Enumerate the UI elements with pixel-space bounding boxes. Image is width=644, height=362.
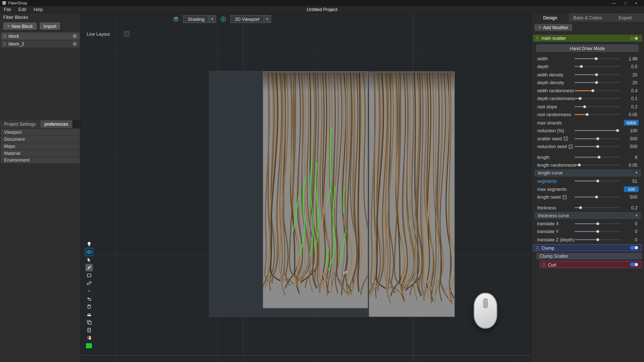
param-slider[interactable] bbox=[575, 138, 621, 139]
add-modifier-button[interactable]: + Add Modifier bbox=[535, 24, 572, 31]
live-layout-checkbox[interactable] bbox=[124, 31, 129, 36]
slider-knob[interactable] bbox=[586, 113, 588, 116]
delete-tool[interactable] bbox=[86, 303, 93, 310]
slider-knob[interactable] bbox=[595, 81, 598, 84]
param-slider[interactable] bbox=[575, 130, 621, 131]
notes-tool[interactable] bbox=[86, 326, 93, 334]
import-button[interactable]: Import bbox=[40, 23, 60, 30]
settings-category-environment[interactable]: Environment bbox=[1, 157, 79, 163]
slider-knob[interactable] bbox=[592, 89, 594, 92]
slider-knob[interactable] bbox=[596, 230, 599, 233]
minimize-button[interactable]: — bbox=[612, 0, 616, 6]
slider-knob[interactable] bbox=[578, 164, 581, 166]
param-slider[interactable] bbox=[575, 66, 621, 67]
tab-bake-colors[interactable]: Bake & Colors bbox=[569, 13, 607, 22]
curve-dropdown-thickness-curve[interactable]: thickness curve▾ bbox=[535, 212, 641, 219]
tab-project-settings[interactable]: Project Settings bbox=[0, 120, 40, 128]
settings-category-maps[interactable]: Maps bbox=[1, 143, 79, 149]
param-slider[interactable] bbox=[575, 239, 621, 240]
brush-size-tool[interactable] bbox=[86, 287, 93, 295]
menu-edit[interactable]: Edit bbox=[15, 6, 30, 13]
chevron-down-icon[interactable]: ▾ bbox=[209, 16, 216, 23]
slider-knob[interactable] bbox=[595, 57, 597, 60]
param-slider[interactable] bbox=[575, 146, 621, 147]
shading-dropdown[interactable]: Shading ▾ bbox=[183, 15, 216, 23]
drag-grip-icon[interactable] bbox=[536, 36, 539, 40]
gear-icon[interactable] bbox=[72, 33, 78, 39]
dice-icon[interactable] bbox=[564, 136, 568, 141]
param-slider[interactable] bbox=[575, 231, 621, 232]
param-slider[interactable] bbox=[575, 98, 621, 99]
slider-knob[interactable] bbox=[579, 97, 581, 100]
main-scatter-toggle[interactable] bbox=[630, 36, 638, 40]
modifier-header-clump[interactable]: Clump bbox=[533, 244, 642, 251]
paint-tool[interactable] bbox=[86, 311, 93, 318]
param-slider[interactable] bbox=[575, 58, 621, 59]
curl-toggle[interactable] bbox=[630, 263, 638, 266]
gear-icon[interactable] bbox=[72, 41, 78, 47]
block-row[interactable]: block_2 bbox=[1, 40, 79, 48]
modifier-header-clump-scatter[interactable]: Clump Scatter bbox=[536, 253, 642, 259]
param-slider[interactable] bbox=[575, 74, 621, 75]
param-slider[interactable] bbox=[575, 223, 621, 224]
tab-design[interactable]: Design bbox=[532, 13, 569, 22]
slider-knob[interactable] bbox=[596, 238, 599, 241]
param-slider[interactable] bbox=[575, 106, 621, 107]
menu-file[interactable]: File bbox=[0, 6, 15, 13]
palette-tool[interactable] bbox=[86, 334, 93, 341]
layers-icon[interactable] bbox=[173, 16, 180, 22]
tab-export[interactable]: Export bbox=[607, 13, 644, 22]
param-slider[interactable] bbox=[575, 165, 621, 165]
modifier-header-main-scatter[interactable]: main scatter bbox=[533, 35, 642, 41]
new-block-button[interactable]: + New Block bbox=[3, 23, 36, 30]
undo-tool[interactable] bbox=[86, 295, 93, 302]
slider-knob[interactable] bbox=[596, 137, 599, 140]
slider-knob[interactable] bbox=[616, 129, 619, 132]
dice-icon[interactable] bbox=[569, 144, 573, 149]
slider-knob[interactable] bbox=[595, 196, 598, 198]
dice-icon[interactable] bbox=[562, 195, 567, 199]
param-slider[interactable] bbox=[575, 181, 621, 182]
slider-knob[interactable] bbox=[596, 180, 599, 183]
param-slider[interactable] bbox=[575, 90, 621, 91]
light-tool[interactable] bbox=[86, 241, 93, 248]
viewport[interactable]: Shading ▾ 2D Viewport ▾ Live Layout bbox=[81, 13, 531, 362]
param-slider[interactable] bbox=[575, 114, 621, 115]
slider-knob[interactable] bbox=[596, 145, 599, 148]
param-slider[interactable] bbox=[575, 197, 621, 197]
param-value-box[interactable]: 100 bbox=[624, 186, 639, 192]
select-tool[interactable] bbox=[86, 256, 93, 263]
tab-preferences[interactable]: preferences bbox=[40, 120, 72, 128]
color-swatch[interactable] bbox=[86, 343, 93, 349]
drag-grip-icon[interactable] bbox=[542, 262, 546, 266]
measure-tool[interactable] bbox=[86, 280, 93, 287]
maximize-button[interactable]: □ bbox=[624, 0, 627, 6]
hair-canvas-edit[interactable] bbox=[263, 71, 368, 308]
hand-draw-mode-button[interactable]: Hand Draw Mode bbox=[536, 45, 638, 52]
view-mode-icon[interactable] bbox=[220, 16, 227, 22]
duplicate-tool[interactable] bbox=[86, 319, 93, 326]
slider-knob[interactable] bbox=[579, 206, 582, 209]
param-value-box[interactable]: 5000 bbox=[624, 120, 639, 125]
param-slider[interactable] bbox=[575, 207, 621, 208]
param-slider[interactable] bbox=[575, 157, 621, 157]
curve-dropdown-length-curve[interactable]: length curve▾ bbox=[535, 169, 641, 176]
param-slider[interactable] bbox=[575, 82, 621, 83]
slider-knob[interactable] bbox=[583, 105, 586, 108]
slider-knob[interactable] bbox=[595, 73, 598, 76]
rectangle-tool[interactable] bbox=[86, 272, 93, 279]
viewport-mode-dropdown[interactable]: 2D Viewport ▾ bbox=[230, 15, 271, 23]
clump-toggle[interactable] bbox=[630, 246, 638, 250]
settings-category-material[interactable]: Material bbox=[1, 150, 79, 156]
close-button[interactable]: × bbox=[635, 0, 637, 6]
draw-tool[interactable] bbox=[86, 264, 93, 271]
drag-grip-icon[interactable] bbox=[536, 246, 539, 250]
drag-grip-icon[interactable] bbox=[3, 42, 7, 46]
modifier-header-curl[interactable]: Curl bbox=[540, 261, 642, 268]
slider-knob[interactable] bbox=[597, 156, 600, 158]
visibility-tool[interactable] bbox=[86, 248, 93, 256]
menu-help[interactable]: Help bbox=[30, 6, 47, 13]
block-row[interactable]: block bbox=[1, 32, 79, 40]
slider-knob[interactable] bbox=[596, 222, 599, 225]
slider-knob[interactable] bbox=[580, 65, 583, 68]
